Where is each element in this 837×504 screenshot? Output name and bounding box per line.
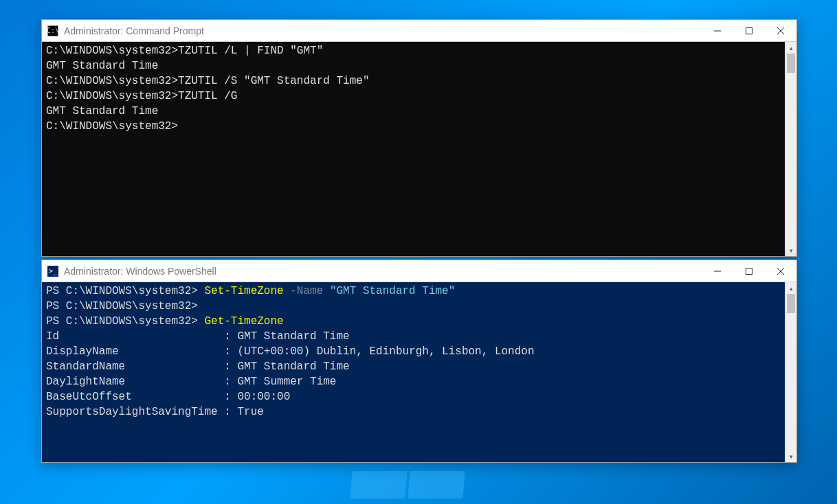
cmd-line: GMT Standard Time: [46, 58, 781, 73]
close-button[interactable]: [765, 260, 796, 282]
cmd-line: C:\WINDOWS\system32>: [46, 119, 781, 134]
svg-rect-1: [746, 27, 752, 34]
scroll-up-icon[interactable]: ▴: [785, 42, 797, 54]
console-cmd[interactable]: C:\WINDOWS\system32>TZUTIL /L | FIND "GM…: [42, 42, 785, 256]
scroll-down-icon[interactable]: ▾: [785, 244, 797, 256]
minimize-button[interactable]: [702, 260, 733, 282]
scroll-track[interactable]: [785, 294, 796, 450]
scroll-thumb[interactable]: [787, 294, 795, 313]
ps-line: BaseUtcOffset : 00:00:00: [46, 389, 781, 404]
cmd-line: C:\WINDOWS\system32>TZUTIL /L | FIND "GM…: [46, 43, 781, 58]
client-area-ps: PS C:\WINDOWS\system32> Set-TimeZone -Na…: [42, 282, 796, 462]
maximize-button[interactable]: [733, 260, 765, 282]
scroll-thumb[interactable]: [787, 54, 795, 73]
titlebar-cmd[interactable]: C:\ Administrator: Command Prompt: [42, 20, 796, 42]
window-title-ps: Administrator: Windows PowerShell: [64, 266, 702, 277]
ps-line: StandardName : GMT Standard Time: [46, 359, 781, 374]
titlebar-ps[interactable]: >_ Administrator: Windows PowerShell: [42, 260, 796, 282]
ps-line: PS C:\WINDOWS\system32>: [46, 299, 781, 314]
scrollbar-ps[interactable]: ▴ ▾: [785, 282, 796, 462]
ps-line: DaylightName : GMT Summer Time: [46, 374, 781, 389]
window-title-cmd: Administrator: Command Prompt: [64, 25, 702, 36]
windows-bg-logo: [350, 470, 487, 504]
ps-line: SupportsDaylightSavingTime : True: [46, 404, 781, 420]
cmd-line: C:\WINDOWS\system32>TZUTIL /S "GMT Stand…: [46, 73, 781, 89]
scroll-track[interactable]: [785, 54, 796, 244]
scroll-up-icon[interactable]: ▴: [785, 282, 797, 294]
scroll-down-icon[interactable]: ▾: [785, 450, 797, 462]
client-area-cmd: C:\WINDOWS\system32>TZUTIL /L | FIND "GM…: [42, 42, 796, 256]
close-button[interactable]: [765, 20, 796, 42]
svg-rect-5: [746, 268, 752, 274]
ps-line: PS C:\WINDOWS\system32> Get-TimeZone: [46, 314, 781, 329]
window-cmd: C:\ Administrator: Command Prompt C:\WIN…: [41, 19, 797, 257]
minimize-button[interactable]: [702, 20, 733, 42]
ps-line: Id : GMT Standard Time: [46, 329, 781, 344]
console-ps[interactable]: PS C:\WINDOWS\system32> Set-TimeZone -Na…: [42, 282, 785, 462]
cmd-line: GMT Standard Time: [46, 104, 781, 119]
ps-line: PS C:\WINDOWS\system32> Set-TimeZone -Na…: [46, 284, 781, 299]
scrollbar-cmd[interactable]: ▴ ▾: [785, 42, 796, 256]
cmd-icon: C:\: [47, 25, 58, 36]
window-powershell: >_ Administrator: Windows PowerShell PS …: [41, 260, 797, 463]
powershell-icon: >_: [47, 266, 58, 277]
maximize-button[interactable]: [733, 20, 765, 42]
ps-line: DisplayName : (UTC+00:00) Dublin, Edinbu…: [46, 344, 781, 359]
cmd-line: C:\WINDOWS\system32>TZUTIL /G: [46, 89, 781, 104]
